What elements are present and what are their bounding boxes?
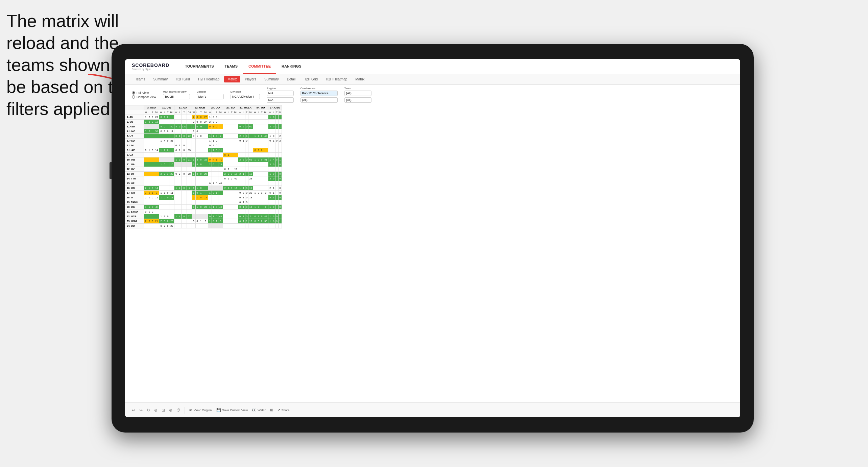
sh-asu-t: T — [151, 110, 154, 115]
full-view-label: Full View — [137, 91, 149, 95]
bottom-toolbar: ↩ ↪ ↻ ⊖ ⊡ ⊕ ⏱ 👁 View: Original — [125, 402, 740, 417]
save-icon: 💾 — [216, 408, 221, 412]
conference-label: Conference — [300, 87, 338, 90]
sub-nav-teams[interactable]: Teams — [132, 76, 148, 82]
sh-ucb-l: L — [196, 110, 199, 115]
row-uf: 15. UF — [125, 181, 144, 186]
sub-nav-summary2[interactable]: Summary — [261, 76, 282, 82]
gender-select[interactable]: Men's Women's — [197, 94, 224, 99]
logo-sub: Powered by clippd — [132, 68, 169, 70]
conference-select[interactable]: Pac-12 Conference (All) — [300, 91, 338, 96]
zoom-in-btn[interactable]: ⊕ — [169, 408, 172, 413]
table-row: 22. UCB 130 14012 03044 0103 03044 1601 — [125, 214, 282, 219]
refresh-btn[interactable]: ↻ — [147, 408, 150, 413]
compact-view-radio[interactable]: Compact View — [132, 95, 156, 99]
row-uo16: 16. UO — [125, 186, 144, 191]
col-su: 27. SU — [223, 105, 238, 110]
col-uo: 24. UO — [208, 105, 223, 110]
sub-nav-h2h-heatmap2[interactable]: H2H Heatmap — [322, 76, 351, 82]
sh-ucb-w: W — [192, 110, 196, 115]
table-row: 8. UAF 01014 120 01015 11011 010 — [125, 148, 282, 153]
sub-nav-h2h-grid2[interactable]: H2H Grid — [300, 76, 321, 82]
zoom-fit-btn[interactable]: ⊡ — [162, 408, 165, 413]
corner-cell — [125, 105, 144, 110]
row-unc: 4. UNC — [125, 129, 144, 134]
team-label: Team — [344, 87, 371, 90]
table-row: 11. UA 1010 340 2015 300 — [125, 162, 282, 167]
table-row: 24. UO 02029 — [125, 224, 282, 228]
table-row: 3. ASU 4080 50120 2048 010 02060 3011 — [125, 124, 282, 129]
sh-uo-d: Dif — [218, 110, 223, 115]
redo-btn[interactable]: ↪ — [139, 408, 143, 413]
sub-nav-players[interactable]: Players — [242, 76, 260, 82]
table-row: 20. UG 110-34 01023 11046 01013 100 100 — [125, 205, 282, 210]
row-um: 7. UM — [125, 143, 144, 148]
nav-rankings[interactable]: RANKINGS — [276, 59, 307, 74]
full-view-radio[interactable]: Full View — [132, 91, 156, 95]
nav-tournaments[interactable]: TOURNAMENTS — [179, 59, 219, 74]
nav-teams[interactable]: TEAMS — [219, 59, 243, 74]
conference-select2[interactable]: (All) — [300, 97, 338, 103]
max-teams-select[interactable]: Top 25 Top 50 — [163, 94, 190, 99]
compact-view-label: Compact View — [137, 95, 156, 99]
sub-nav-summary[interactable]: Summary — [150, 76, 171, 82]
sh-osu-w: W — [268, 110, 272, 115]
sh-su-t: T — [230, 110, 233, 115]
redo-icon: ↪ — [139, 408, 143, 413]
col-ua: 11. UA — [174, 105, 192, 110]
max-teams-filter: Max teams in view Top 25 Top 50 — [163, 90, 190, 99]
sh-ua-w: W — [174, 110, 178, 115]
grid-btn[interactable]: ⊞ — [270, 408, 273, 412]
table-row: 5. UT 01022 010 1102 201 11040 102 — [125, 134, 282, 139]
sh-uo-w: W — [208, 110, 212, 115]
undo-btn[interactable]: ↩ — [132, 408, 135, 413]
zoom-out-btn[interactable]: ⊖ — [154, 408, 158, 413]
sub-nav-matrix[interactable]: Matrix — [224, 76, 240, 82]
logo-title: SCOREBOARD — [132, 63, 169, 68]
table-row: 15. UF 01040 — [125, 181, 282, 186]
sh-asu-w: W — [144, 110, 148, 115]
row-etsu: 21. ETSU — [125, 210, 144, 214]
nav-committee[interactable]: COMMITTEE — [243, 59, 276, 74]
sub-nav-detail[interactable]: Detail — [284, 76, 299, 82]
table-row: 19. TAMU 010 — [125, 200, 282, 205]
sub-nav-matrix2[interactable]: Matrix — [352, 76, 368, 82]
conference-filter: Conference Pac-12 Conference (All) (All) — [300, 87, 338, 103]
logo-area: SCOREBOARD Powered by clippd — [132, 63, 169, 70]
sub-nav-h2h-grid[interactable]: H2H Grid — [172, 76, 193, 82]
table-row: 17. GIT 1010 11011 101 101 03020 1013 51… — [125, 191, 282, 195]
row-ttu: 14. TTU — [125, 176, 144, 181]
col-osu: 57. OSU — [268, 105, 282, 110]
region-select[interactable]: N/A — [267, 91, 294, 96]
gender-filter: Gender Men's Women's — [197, 90, 224, 99]
sub-nav-h2h-heatmap[interactable]: H2H Heatmap — [195, 76, 223, 82]
sh-uw-w: W — [159, 110, 163, 115]
watch-icon: 👀 — [252, 408, 257, 412]
matrix-area[interactable]: 3. ASU 10. UW 11. UA 22. UCB 24. UO 27. … — [125, 105, 740, 407]
eye-icon: 👁 — [189, 408, 193, 412]
share-btn[interactable]: ↗ Share — [277, 408, 289, 412]
row-uaf: 8. UAF — [125, 148, 144, 153]
table-row: 6. FSU 14035 110 010 0102 — [125, 139, 282, 143]
region-select2[interactable]: N/A — [267, 97, 294, 103]
col-ucla: 31. UCLA — [238, 105, 253, 110]
zoom-in-icon: ⊕ — [169, 408, 172, 413]
table-row: 16. UO 21014 1201 110 21013 11011 210 — [125, 186, 282, 191]
view-original-btn[interactable]: 👁 View: Original — [189, 408, 212, 412]
sh-osu-t: T — [275, 110, 278, 115]
grid-icon: ⊞ — [270, 408, 273, 412]
save-custom-btn[interactable]: 💾 Save Custom View — [216, 408, 248, 412]
watch-btn[interactable]: 👀 Watch — [252, 408, 266, 412]
timer-btn[interactable]: ⏱ — [176, 408, 180, 413]
team-select[interactable]: (All) — [344, 91, 371, 96]
sh-uu-l: L — [257, 110, 260, 115]
division-select[interactable]: NCAA Division I — [231, 94, 260, 99]
row-uo24: 24. UO — [125, 224, 144, 228]
sh-asu-d: Dif — [154, 110, 159, 115]
table-row: 10. UW 13011 13032 04171 25066 12051 145… — [125, 157, 282, 162]
sub-header-empty — [125, 110, 144, 115]
sh-su-l: L — [227, 110, 230, 115]
team-select2[interactable]: (All) — [344, 97, 371, 103]
table-row: 21. ETSU 010 — [125, 210, 282, 214]
table-row: 23. UNM 20021 20025 0010 1010 01118 0303… — [125, 219, 282, 224]
